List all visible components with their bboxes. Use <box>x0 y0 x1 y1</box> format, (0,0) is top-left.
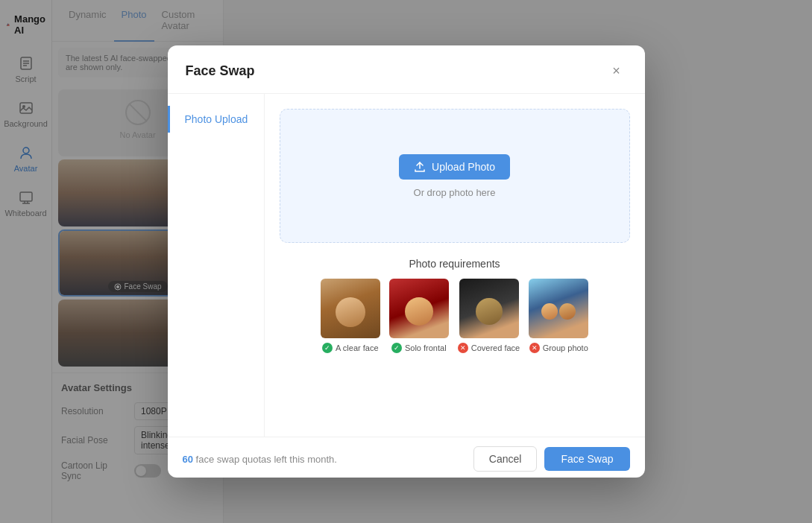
req-label-clear-face: ✓ A clear face <box>322 343 378 353</box>
req-label-group-photo: ✕ Group photo <box>529 343 588 353</box>
modal-nav: Photo Upload <box>168 94 265 437</box>
requirements-title: Photo requirements <box>409 258 500 270</box>
requirements-grid: ✓ A clear face <box>321 279 588 353</box>
modal-backdrop: Face Swap × Photo Upload Upload Photo <box>0 0 812 523</box>
modal-footer: 60 face swap quotas left this month. Can… <box>168 437 645 478</box>
requirements-section: Photo requirements ✓ <box>280 258 630 353</box>
req-item-clear-face: ✓ A clear face <box>321 279 380 353</box>
modal-upload-content: Upload Photo Or drop photo here Photo re… <box>265 94 645 437</box>
req-label-solo-frontal: ✓ Solo frontal <box>391 343 447 353</box>
modal-nav-photo-upload[interactable]: Photo Upload <box>168 106 264 133</box>
face-swap-modal: Face Swap × Photo Upload Upload Photo <box>168 45 645 478</box>
req-label-covered-face: ✕ Covered face <box>458 343 520 353</box>
cancel-button[interactable]: Cancel <box>473 446 538 472</box>
req-photo-group-photo <box>529 279 588 338</box>
upload-photo-button[interactable]: Upload Photo <box>399 154 510 180</box>
req-photo-covered-face <box>459 279 519 338</box>
drop-text: Or drop photo here <box>414 187 496 198</box>
status-no-icon-2: ✕ <box>529 343 540 353</box>
upload-drop-area[interactable]: Upload Photo Or drop photo here <box>280 109 630 243</box>
req-photo-solo-frontal <box>389 279 449 338</box>
req-item-covered-face: ✕ Covered face <box>458 279 520 353</box>
upload-icon <box>414 161 426 173</box>
face-swap-confirm-button[interactable]: Face Swap <box>544 447 629 471</box>
modal-header: Face Swap × <box>168 45 645 94</box>
quota-text: 60 face swap quotas left this month. <box>183 454 466 465</box>
status-no-icon: ✕ <box>458 343 468 353</box>
status-ok-icon: ✓ <box>322 343 333 353</box>
req-photo-clear-face <box>321 279 380 338</box>
modal-close-button[interactable]: × <box>606 60 627 81</box>
quota-number: 60 <box>183 454 193 465</box>
modal-body: Photo Upload Upload Photo Or drop photo … <box>168 94 645 437</box>
req-item-group-photo: ✕ Group photo <box>529 279 588 353</box>
modal-title: Face Swap <box>186 63 255 79</box>
req-item-solo-frontal: ✓ Solo frontal <box>389 279 449 353</box>
status-ok-icon-2: ✓ <box>391 343 402 353</box>
